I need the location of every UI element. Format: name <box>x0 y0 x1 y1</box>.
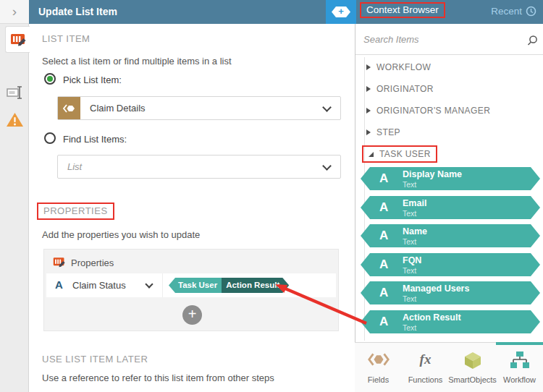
field-item-action-result[interactable]: A Action Result Text <box>361 310 540 333</box>
chevron-down-icon <box>322 161 332 171</box>
properties-card: Properties A Claim Status Task User Acti… <box>43 249 339 331</box>
chevron-down-icon <box>322 103 332 112</box>
expanded-triangle-icon <box>369 152 374 157</box>
panel-collapse-button[interactable]: › <box>0 0 29 24</box>
tab-label: SmartObjects <box>448 375 497 384</box>
field-item-fqn[interactable]: A FQN Text <box>361 253 540 276</box>
recent-button[interactable]: Recent <box>491 6 536 17</box>
find-list-items-label: Find List Items: <box>63 134 127 145</box>
field-item-managed-users[interactable]: A Managed Users Text <box>361 281 540 304</box>
recent-label: Recent <box>491 6 522 17</box>
tag-context-segment: Task User <box>169 278 222 293</box>
tree-item-task-user[interactable]: TASK USER <box>362 145 437 163</box>
property-row: A Claim Status Task User Action Result <box>46 273 336 297</box>
sidebar-item-update-list-item[interactable] <box>5 26 30 53</box>
context-browser-tabbar: Fields fx Functions SmartObjects <box>355 342 543 392</box>
tab-label: Workflow <box>503 375 536 384</box>
text-type-icon: A <box>379 257 388 272</box>
pick-list-item-dropdown[interactable]: Claim Details <box>57 96 341 120</box>
context-field-tag[interactable]: Task User Action Result <box>169 278 289 293</box>
update-list-item-icon <box>10 32 26 48</box>
search-icon[interactable] <box>526 35 538 49</box>
properties-icon <box>53 256 65 271</box>
collapsed-triangle-icon <box>366 86 371 92</box>
field-item-name[interactable]: A Name Text <box>361 224 540 247</box>
search-input[interactable] <box>363 30 512 48</box>
tab-label: Functions <box>408 375 443 384</box>
find-list-items-dropdown[interactable]: List <box>57 155 341 179</box>
field-type: Text <box>403 323 416 332</box>
collapsed-triangle-icon <box>366 64 371 70</box>
chevron-down-icon[interactable] <box>145 280 153 288</box>
functions-icon: fx <box>420 351 432 367</box>
tab-functions[interactable]: fx Functions <box>402 343 449 392</box>
context-browser-title-annotation: Context Browser <box>360 2 445 18</box>
properties-card-title: Properties <box>71 257 114 268</box>
tree-item-step[interactable]: STEP <box>366 124 400 140</box>
field-type: Text <box>403 180 416 189</box>
tab-smartobjects[interactable]: SmartObjects <box>449 343 496 392</box>
field-name: FQN <box>403 255 421 265</box>
field-item-display-name[interactable]: A Display Name Text <box>361 167 540 190</box>
find-list-items-radio[interactable] <box>44 132 56 144</box>
add-property-button[interactable]: + <box>182 305 202 325</box>
text-type-icon: A <box>379 200 388 215</box>
tree-item-workflow[interactable]: WORKFLOW <box>366 59 431 75</box>
property-value-field[interactable]: Task User Action Result <box>162 273 336 297</box>
sidebar-item-warnings[interactable] <box>6 112 24 130</box>
field-type: Text <box>403 209 416 218</box>
workflow-designer-window: › Update List Item + Context Browser Rec… <box>0 0 543 392</box>
field-name: Action Result <box>403 312 461 323</box>
text-type-icon: A <box>379 229 388 243</box>
list-item-heading: LIST ITEM <box>42 33 90 44</box>
field-type: Text <box>403 237 416 246</box>
list-item-description: Select a list item or find multiple item… <box>42 56 232 67</box>
tree-item-label: ORIGINATOR'S MANAGER <box>376 106 490 116</box>
sidebar-item-rename[interactable] <box>7 85 23 103</box>
tab-workflow[interactable]: Workflow <box>496 343 543 392</box>
collapsed-triangle-icon <box>366 108 371 114</box>
page-title: Update List Item <box>38 6 117 17</box>
tab-fields[interactable]: Fields <box>355 343 402 392</box>
clock-icon <box>526 6 536 17</box>
field-item-email[interactable]: A Email Text <box>361 196 540 219</box>
pick-list-item-label: Pick List Item: <box>63 74 122 85</box>
workflow-icon <box>510 351 529 369</box>
field-type: Text <box>403 266 416 275</box>
smartobjects-icon <box>464 351 481 369</box>
hexagon-plus-icon: + <box>332 7 350 17</box>
field-type: Text <box>403 294 416 303</box>
collapsed-triangle-icon <box>366 129 371 135</box>
smartobject-reference-icon <box>58 97 80 119</box>
field-name: Email <box>403 198 426 208</box>
tab-label: Fields <box>368 375 389 384</box>
tree-rule <box>364 57 365 341</box>
use-later-description: Use a reference to refer to this list it… <box>42 372 274 383</box>
tree-item-originators-manager[interactable]: ORIGINATOR'S MANAGER <box>366 103 490 119</box>
property-name-select[interactable]: Claim Status <box>72 280 126 291</box>
field-name: Managed Users <box>403 284 469 294</box>
rename-icon <box>7 85 23 100</box>
tree-item-label: WORKFLOW <box>376 62 431 72</box>
divider <box>355 54 543 55</box>
field-name: Name <box>403 226 427 237</box>
properties-heading-annotation: PROPERTIES <box>37 203 114 220</box>
tree-item-originator[interactable]: ORIGINATOR <box>366 81 434 97</box>
use-later-heading: USE LIST ITEM LATER <box>42 354 148 365</box>
text-type-icon: A <box>379 315 388 329</box>
tree-item-label: STEP <box>376 127 400 137</box>
text-type-icon: A <box>379 286 388 300</box>
tree-item-label: TASK USER <box>379 149 431 159</box>
pick-list-item-radio[interactable] <box>44 73 56 85</box>
find-list-items-placeholder: List <box>67 161 82 172</box>
pick-list-item-value: Claim Details <box>90 103 146 114</box>
text-type-icon: A <box>379 171 388 186</box>
add-context-button[interactable]: + <box>326 0 356 24</box>
sidebar-background <box>0 24 29 392</box>
collapse-chevron-icon: › <box>12 4 17 20</box>
warning-triangle-icon <box>6 112 24 127</box>
properties-description: Add the properties you wish to update <box>42 229 200 240</box>
fields-icon <box>367 351 390 367</box>
properties-heading: PROPERTIES <box>43 205 108 216</box>
field-name: Display Name <box>403 169 462 179</box>
